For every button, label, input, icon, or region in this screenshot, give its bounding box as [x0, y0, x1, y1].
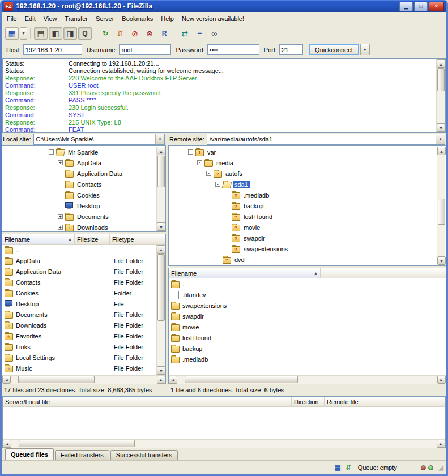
- tree-item[interactable]: dvd: [170, 254, 436, 265]
- scroll-thumb[interactable]: [18, 376, 95, 383]
- file-row[interactable]: backup: [169, 343, 446, 354]
- tab-successful-transfers[interactable]: Successful transfers: [110, 450, 178, 460]
- file-row[interactable]: Cookies Folder: [2, 288, 156, 298]
- tree-item[interactable]: - autofs: [170, 168, 436, 179]
- file-row[interactable]: AppData File Folder: [2, 255, 156, 266]
- local-list-hscrollbar[interactable]: ◄ ►: [2, 375, 165, 384]
- local-site-combo[interactable]: C:\Users\Mr Sparkle\ ▾: [33, 134, 165, 145]
- tree-item[interactable]: swapextensions: [170, 243, 436, 254]
- local-list-scrollbar[interactable]: ▲ ▼: [156, 245, 165, 375]
- quickconnect-dropdown-icon[interactable]: ▾: [360, 44, 370, 55]
- scroll-thumb[interactable]: [437, 68, 445, 91]
- tree-item[interactable]: - sda1: [170, 179, 436, 190]
- view-menu[interactable]: View: [40, 14, 61, 24]
- log-scrollbar[interactable]: ▲ ▼: [436, 59, 445, 132]
- tree-item[interactable]: backup: [170, 200, 436, 211]
- titlebar[interactable]: FZ 192.168.1.20 - root@192.168.1.20 - Fi…: [2, 0, 446, 12]
- tree-item[interactable]: - media: [170, 157, 436, 168]
- column-header-direction[interactable]: Direction: [292, 397, 325, 406]
- tree-item[interactable]: lost+found: [170, 211, 436, 222]
- edit-menu[interactable]: Edit: [21, 14, 40, 24]
- dropdown-icon[interactable]: ▾: [155, 134, 164, 144]
- queue-toggle[interactable]: Q: [78, 27, 92, 40]
- tree-expander[interactable]: -: [206, 171, 211, 176]
- file-row[interactable]: swapdir: [169, 311, 446, 321]
- tree-expander[interactable]: +: [58, 160, 63, 165]
- scroll-up-icon[interactable]: ▲: [437, 59, 445, 68]
- scroll-thumb[interactable]: [185, 376, 298, 383]
- tree-item[interactable]: - Mr Sparkle: [3, 147, 156, 157]
- scroll-thumb[interactable]: [19, 440, 135, 447]
- new-version-menu[interactable]: New version available!: [178, 14, 248, 24]
- file-row[interactable]: ..: [169, 278, 446, 289]
- scroll-thumb[interactable]: [157, 156, 165, 187]
- tree-expander[interactable]: -: [215, 182, 220, 187]
- scroll-down-icon[interactable]: ▼: [157, 366, 165, 375]
- file-row[interactable]: movie: [169, 321, 446, 332]
- file-row[interactable]: Music File Folder: [2, 363, 156, 374]
- dropdown-icon[interactable]: ▾: [436, 134, 445, 144]
- tree-expander[interactable]: -: [188, 149, 193, 155]
- scroll-right-icon[interactable]: ►: [437, 440, 445, 448]
- transfer-menu[interactable]: Transfer: [61, 14, 92, 24]
- disconnect-button[interactable]: ⊗: [143, 27, 156, 40]
- remote-tree-toggle[interactable]: ◨: [63, 27, 77, 40]
- file-row[interactable]: .titandev: [169, 289, 446, 300]
- file-row[interactable]: ..: [2, 245, 156, 255]
- scroll-down-icon[interactable]: ▼: [437, 256, 446, 265]
- message-log-toggle[interactable]: ▤: [34, 27, 48, 40]
- tree-item[interactable]: Desktop: [3, 200, 156, 211]
- scroll-left-icon[interactable]: ◄: [169, 376, 177, 384]
- host-input[interactable]: [23, 44, 82, 55]
- column-header-server-local-file[interactable]: Server/Local file: [3, 397, 292, 406]
- toolbar-separator[interactable]: [30, 28, 31, 39]
- scroll-thumb[interactable]: [157, 254, 165, 321]
- scroll-up-icon[interactable]: ▲: [437, 147, 446, 155]
- process-queue-button[interactable]: ⇵: [113, 27, 127, 40]
- refresh-button[interactable]: ↻: [99, 27, 112, 40]
- column-header-filetype[interactable]: Filetype: [110, 234, 165, 244]
- scroll-down-icon[interactable]: ▼: [157, 222, 165, 231]
- file-row[interactable]: swapextensions: [169, 300, 446, 311]
- file-row[interactable]: Downloads File Folder: [2, 320, 156, 331]
- file-row[interactable]: Application Data File Folder: [2, 266, 156, 277]
- tree-expander[interactable]: +: [58, 214, 63, 219]
- remote-tree-scrollbar[interactable]: ▲ ▼: [437, 147, 445, 265]
- column-header-filesize[interactable]: Filesize: [75, 234, 110, 244]
- scroll-left-icon[interactable]: ◄: [2, 376, 11, 384]
- speed-limits-icon[interactable]: ⇵: [343, 464, 354, 471]
- username-input[interactable]: [119, 44, 171, 55]
- quickconnect-button[interactable]: Quickconnect: [309, 44, 359, 55]
- tree-item[interactable]: .mediadb: [170, 190, 436, 200]
- file-row[interactable]: Links File Folder: [2, 341, 156, 352]
- port-input[interactable]: [279, 44, 303, 55]
- file-row[interactable]: lost+found: [169, 332, 446, 343]
- tree-expander[interactable]: -: [197, 160, 202, 165]
- scroll-up-icon[interactable]: ▲: [157, 245, 165, 254]
- file-row[interactable]: .mediadb: [169, 354, 446, 364]
- tree-item[interactable]: movie: [170, 222, 436, 233]
- resize-grip-icon[interactable]: ◢: [438, 464, 443, 471]
- remote-site-combo[interactable]: /var/media/autofs/sda1 ▾: [207, 134, 445, 145]
- tree-item[interactable]: + AppData: [3, 157, 156, 168]
- server-menu[interactable]: Server: [92, 14, 118, 24]
- toolbar-separator[interactable]: [174, 28, 175, 39]
- toolbar-separator[interactable]: [95, 28, 96, 39]
- file-menu[interactable]: File: [3, 14, 21, 24]
- tree-item[interactable]: Contacts: [3, 179, 156, 190]
- site-manager-dropdown-icon[interactable]: ▾: [20, 27, 27, 40]
- column-header-remote-file[interactable]: Remote file: [325, 397, 445, 406]
- bookmarks-menu[interactable]: Bookmarks: [118, 14, 157, 24]
- local-tree-scrollbar[interactable]: ▲ ▼: [156, 147, 165, 231]
- remote-list-hscrollbar[interactable]: ◄ ►: [169, 375, 446, 384]
- column-header-filename[interactable]: Filename ▲: [2, 234, 75, 244]
- directory-comparison-button[interactable]: ≡: [193, 27, 206, 40]
- tree-expander[interactable]: -: [49, 149, 54, 155]
- tree-item[interactable]: + Documents: [3, 211, 156, 222]
- tab-queued-files[interactable]: Queued files: [5, 448, 54, 460]
- close-button[interactable]: ×: [429, 2, 444, 11]
- scroll-thumb[interactable]: [438, 199, 445, 225]
- site-manager-button[interactable]: ▦: [5, 27, 19, 40]
- tree-expander[interactable]: +: [58, 225, 63, 230]
- help-menu[interactable]: Help: [157, 14, 178, 24]
